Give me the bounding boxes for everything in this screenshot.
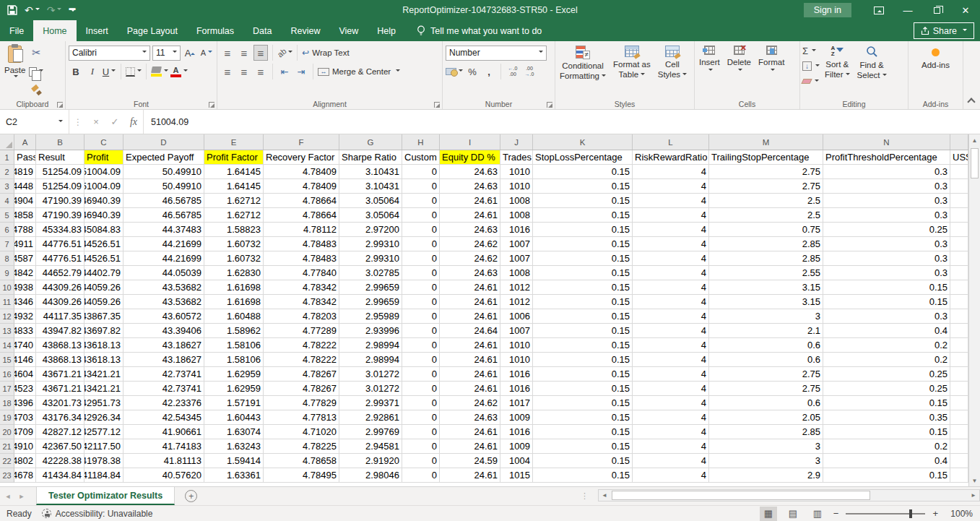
cell[interactable]: 42.54345: [123, 410, 204, 425]
tab-home[interactable]: Home: [33, 20, 76, 41]
cell[interactable]: 4740: [14, 338, 36, 353]
cell[interactable]: 0.15: [533, 309, 633, 324]
cell[interactable]: 43618.13: [84, 353, 123, 367]
cell[interactable]: 1017: [500, 396, 533, 410]
cell[interactable]: [950, 382, 968, 396]
percent-style-button[interactable]: %: [465, 64, 480, 79]
cell[interactable]: 46940.39: [84, 194, 123, 208]
cell[interactable]: 4.78483: [264, 251, 339, 266]
cell[interactable]: 2.05: [709, 410, 823, 425]
cell[interactable]: 42951.73: [84, 396, 123, 410]
cell[interactable]: 43421.21: [84, 367, 123, 382]
cell[interactable]: 0.15: [533, 251, 633, 266]
cell[interactable]: 50.49910: [123, 179, 204, 194]
shrink-font-button[interactable]: A: [199, 45, 214, 61]
cell[interactable]: 0.6: [709, 353, 823, 367]
cell[interactable]: 2.95989: [339, 309, 402, 324]
column-header[interactable]: L: [633, 134, 709, 150]
cell[interactable]: 2.99310: [339, 251, 402, 266]
cell[interactable]: 4703: [14, 410, 36, 425]
zoom-out-button[interactable]: −: [833, 508, 839, 519]
cell[interactable]: 0: [402, 367, 440, 382]
cell[interactable]: 2.5: [709, 194, 823, 208]
cell[interactable]: 2.91920: [339, 454, 402, 468]
cell[interactable]: 4.78409: [264, 165, 339, 179]
collapse-ribbon-icon[interactable]: [967, 98, 975, 106]
cell[interactable]: 4819: [14, 165, 36, 179]
grow-font-button[interactable]: A: [183, 45, 197, 61]
cell[interactable]: 24.62: [440, 237, 500, 251]
cell[interactable]: 0.15: [533, 353, 633, 367]
cell[interactable]: 0.3: [823, 309, 950, 324]
cell[interactable]: 1010: [500, 179, 533, 194]
column-header[interactable]: A: [14, 134, 36, 150]
cell[interactable]: 1.57191: [204, 396, 264, 410]
column-header[interactable]: C: [84, 134, 123, 150]
cell[interactable]: 43.53682: [123, 295, 204, 309]
cell[interactable]: 0: [402, 280, 440, 295]
row-header[interactable]: 21: [0, 439, 14, 454]
middle-align-button[interactable]: ≡: [237, 45, 251, 61]
cell[interactable]: 2.1: [709, 324, 823, 338]
cell[interactable]: 24.61: [440, 367, 500, 382]
cell[interactable]: 1007: [500, 251, 533, 266]
column-header[interactable]: M: [709, 134, 823, 150]
cell[interactable]: 42827.12: [36, 425, 84, 439]
cell[interactable]: 0.15: [823, 280, 950, 295]
row-header[interactable]: 2: [0, 165, 14, 179]
cell[interactable]: ProfitThresholdPercentage: [823, 150, 950, 165]
cell[interactable]: 24.61: [440, 425, 500, 439]
cell[interactable]: 44309.26: [36, 280, 84, 295]
cell[interactable]: 4: [633, 454, 709, 468]
orientation-button[interactable]: ab: [277, 45, 292, 61]
bottom-align-button[interactable]: ≡: [253, 45, 268, 61]
delete-cells-button[interactable]: Delete: [724, 43, 755, 98]
cell[interactable]: 42577.12: [84, 425, 123, 439]
accounting-format-button[interactable]: [446, 64, 463, 79]
cell[interactable]: 3: [709, 454, 823, 468]
row-header[interactable]: 15: [0, 353, 14, 367]
find-select-button[interactable]: Find & Select: [854, 43, 890, 98]
cell[interactable]: 4938: [14, 280, 36, 295]
scroll-up-icon[interactable]: ▲: [969, 134, 980, 146]
cell[interactable]: 4932: [14, 309, 36, 324]
cell[interactable]: 41.81113: [123, 454, 204, 468]
cell[interactable]: 2.9: [709, 468, 823, 483]
cell[interactable]: 0.15: [533, 396, 633, 410]
insert-function-icon[interactable]: fx: [124, 116, 143, 128]
cell[interactable]: 4.78664: [264, 208, 339, 223]
cell[interactable]: 0.15: [533, 410, 633, 425]
cell[interactable]: 0.75: [709, 223, 823, 237]
cell[interactable]: 51004.09: [84, 179, 123, 194]
cell[interactable]: 3.15: [709, 280, 823, 295]
cell[interactable]: 3.02785: [339, 266, 402, 280]
cell[interactable]: 1012: [500, 295, 533, 309]
cell[interactable]: 24.61: [440, 338, 500, 353]
cell[interactable]: 0.3: [823, 194, 950, 208]
cell[interactable]: 4396: [14, 396, 36, 410]
cell[interactable]: 4911: [14, 237, 36, 251]
cell[interactable]: 0.25: [823, 367, 950, 382]
cell[interactable]: 0: [402, 396, 440, 410]
font-color-button[interactable]: A: [170, 64, 188, 79]
cut-button[interactable]: ✂: [29, 45, 43, 61]
formula-input[interactable]: 51004.09: [143, 110, 980, 134]
formula-bar-handle[interactable]: ⋮: [69, 117, 87, 127]
cell[interactable]: 41978.38: [84, 454, 123, 468]
tab-formulas[interactable]: Formulas: [187, 20, 243, 41]
add-sheet-button[interactable]: +: [185, 490, 197, 502]
cell[interactable]: 2.55: [709, 266, 823, 280]
cell[interactable]: 47190.39: [36, 194, 84, 208]
format-painter-button[interactable]: [29, 82, 43, 98]
increase-indent-button[interactable]: ⇥: [294, 64, 308, 79]
cell[interactable]: 24.62: [440, 251, 500, 266]
cell[interactable]: 42.73741: [123, 382, 204, 396]
cell[interactable]: 42926.34: [84, 410, 123, 425]
cell[interactable]: 1.62712: [204, 194, 264, 208]
cell[interactable]: 1008: [500, 208, 533, 223]
cell[interactable]: [950, 410, 968, 425]
cell[interactable]: 44309.26: [36, 295, 84, 309]
cell[interactable]: 43947.82: [36, 324, 84, 338]
cell[interactable]: 4: [633, 251, 709, 266]
row-header[interactable]: 11: [0, 295, 14, 309]
